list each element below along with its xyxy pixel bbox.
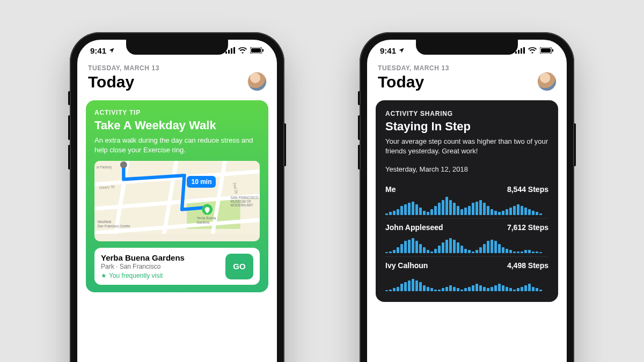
sharing-person-name: Ivy Calhoun: [385, 261, 428, 270]
sharing-person-steps: 7,612 Steps: [507, 223, 548, 232]
go-button[interactable]: GO: [225, 254, 253, 279]
star-icon: ★: [101, 272, 107, 279]
card-subtitle: Your average step count was higher than …: [385, 137, 548, 156]
card-eyebrow: ACTIVITY SHARING: [385, 110, 548, 117]
card-eyebrow: ACTIVITY TIP: [94, 109, 260, 116]
map-poi-factory: or Factory: [97, 166, 112, 170]
phone-left: 9:41: [70, 32, 284, 362]
date-label: TUESDAY, MARCH 13: [88, 64, 159, 72]
svg-rect-5: [251, 48, 261, 53]
status-time: 9:41: [90, 46, 106, 55]
step-histogram: [385, 197, 548, 215]
notch: [416, 40, 518, 55]
map-preview[interactable]: Geary St 2nd St or Factory SAN FRANCISCO…: [94, 161, 260, 241]
svg-point-15: [120, 161, 127, 168]
destination-row[interactable]: Yerba Buena Gardens Park · San Francisco…: [94, 248, 260, 285]
svg-rect-6: [262, 49, 264, 52]
phone-right: 9:41: [360, 32, 574, 362]
notch: [126, 40, 228, 55]
card-title: Staying In Step: [385, 120, 548, 134]
svg-rect-3: [233, 47, 235, 54]
sharing-list: Me8,544 StepsJohn Appleseed7,612 StepsIv…: [385, 181, 548, 294]
svg-rect-18: [518, 50, 519, 54]
sharing-item[interactable]: Me8,544 Steps: [385, 181, 548, 218]
svg-rect-0: [225, 51, 227, 54]
sharing-person-steps: 4,498 Steps: [507, 261, 548, 270]
step-histogram: [385, 235, 548, 253]
destination-frequent: ★ You frequently visit: [101, 272, 220, 279]
sharing-person-steps: 8,544 Steps: [507, 185, 548, 194]
page-title: Today: [378, 73, 449, 91]
page-title: Today: [88, 73, 159, 91]
activity-tip-card[interactable]: ACTIVITY TIP Take A Weekday Walk An extr…: [86, 100, 268, 292]
sharing-person-name: John Appleseed: [385, 223, 443, 232]
destination-name: Yerba Buena Gardens: [101, 253, 220, 262]
route-eta-badge: 10 min: [187, 176, 216, 188]
sharing-item[interactable]: Ivy Calhoun4,498 Steps: [385, 256, 548, 294]
card-title: Take A Weekday Walk: [94, 119, 260, 132]
status-time: 9:41: [380, 46, 396, 55]
svg-rect-22: [541, 48, 551, 53]
svg-rect-1: [228, 50, 230, 54]
svg-rect-20: [523, 47, 525, 54]
step-histogram: [385, 273, 548, 291]
wifi-icon: [238, 47, 247, 54]
svg-rect-23: [552, 49, 553, 52]
date-label: TUESDAY, MARCH 13: [378, 64, 449, 72]
destination-subtitle: Park · San Francisco: [101, 263, 220, 270]
activity-sharing-card[interactable]: ACTIVITY SHARING Staying In Step Your av…: [376, 100, 558, 302]
profile-avatar[interactable]: [538, 72, 556, 91]
svg-rect-17: [515, 51, 517, 54]
wifi-icon: [528, 47, 537, 54]
battery-icon: [540, 47, 554, 54]
location-arrow-icon: [398, 46, 405, 55]
card-subtitle: An extra walk during the day can reduce …: [94, 136, 260, 154]
svg-rect-2: [231, 48, 232, 54]
profile-avatar[interactable]: [248, 72, 266, 91]
sharing-date: Yesterday, March 12, 2018: [385, 165, 548, 173]
battery-icon: [250, 47, 264, 54]
location-arrow-icon: [108, 46, 115, 55]
sharing-item[interactable]: John Appleseed7,612 Steps: [385, 218, 548, 256]
svg-rect-19: [521, 48, 522, 54]
sharing-person-name: Me: [385, 185, 396, 194]
